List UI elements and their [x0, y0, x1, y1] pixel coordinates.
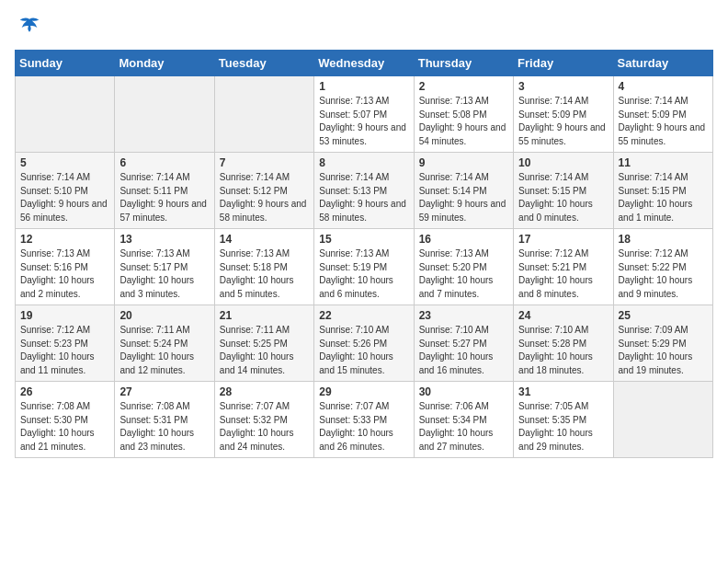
- calendar-cell: 17Sunrise: 7:12 AM Sunset: 5:21 PM Dayli…: [514, 229, 613, 305]
- day-number: 20: [119, 309, 209, 322]
- calendar-cell: 7Sunrise: 7:14 AM Sunset: 5:12 PM Daylig…: [214, 153, 313, 229]
- calendar-cell: 14Sunrise: 7:13 AM Sunset: 5:18 PM Dayli…: [214, 229, 313, 305]
- day-number: 23: [419, 309, 508, 322]
- day-number: 3: [518, 80, 608, 93]
- day-number: 22: [319, 309, 408, 322]
- calendar-cell: 18Sunrise: 7:12 AM Sunset: 5:22 PM Dayli…: [613, 229, 712, 305]
- calendar-cell: 21Sunrise: 7:11 AM Sunset: 5:25 PM Dayli…: [214, 305, 313, 382]
- week-row-5: 26Sunrise: 7:08 AM Sunset: 5:30 PM Dayli…: [16, 382, 713, 458]
- day-number: 8: [319, 156, 408, 169]
- calendar-cell: 4Sunrise: 7:14 AM Sunset: 5:09 PM Daylig…: [613, 76, 712, 153]
- day-content: Sunrise: 7:07 AM Sunset: 5:32 PM Dayligh…: [220, 400, 309, 454]
- header: [15, 15, 713, 40]
- calendar-cell: 11Sunrise: 7:14 AM Sunset: 5:15 PM Dayli…: [613, 153, 712, 229]
- day-number: 28: [220, 385, 309, 398]
- day-content: Sunrise: 7:13 AM Sunset: 5:08 PM Dayligh…: [419, 95, 508, 148]
- day-number: 5: [20, 156, 109, 169]
- calendar-table: SundayMondayTuesdayWednesdayThursdayFrid…: [15, 50, 713, 458]
- calendar-header-row: SundayMondayTuesdayWednesdayThursdayFrid…: [16, 51, 713, 76]
- day-content: Sunrise: 7:12 AM Sunset: 5:22 PM Dayligh…: [619, 247, 708, 301]
- calendar-cell: 31Sunrise: 7:05 AM Sunset: 5:35 PM Dayli…: [514, 382, 613, 458]
- calendar-cell: 15Sunrise: 7:13 AM Sunset: 5:19 PM Dayli…: [314, 229, 414, 305]
- calendar-cell: 10Sunrise: 7:14 AM Sunset: 5:15 PM Dayli…: [514, 153, 613, 229]
- day-number: 21: [220, 309, 309, 322]
- day-number: 14: [220, 233, 309, 246]
- calendar-cell: 1Sunrise: 7:13 AM Sunset: 5:07 PM Daylig…: [314, 76, 414, 153]
- day-content: Sunrise: 7:13 AM Sunset: 5:07 PM Dayligh…: [319, 95, 408, 148]
- day-number: 18: [619, 233, 708, 246]
- day-content: Sunrise: 7:12 AM Sunset: 5:21 PM Dayligh…: [518, 247, 608, 301]
- day-content: Sunrise: 7:10 AM Sunset: 5:26 PM Dayligh…: [319, 324, 408, 377]
- day-content: Sunrise: 7:14 AM Sunset: 5:09 PM Dayligh…: [518, 95, 608, 148]
- day-content: Sunrise: 7:09 AM Sunset: 5:29 PM Dayligh…: [619, 324, 708, 377]
- calendar-cell: 19Sunrise: 7:12 AM Sunset: 5:23 PM Dayli…: [16, 305, 115, 382]
- day-number: 4: [619, 80, 708, 93]
- day-number: 12: [20, 233, 109, 246]
- day-content: Sunrise: 7:13 AM Sunset: 5:18 PM Dayligh…: [220, 247, 309, 301]
- day-number: 1: [319, 80, 408, 93]
- day-number: 9: [419, 156, 508, 169]
- day-content: Sunrise: 7:14 AM Sunset: 5:11 PM Dayligh…: [119, 171, 209, 224]
- calendar-cell: 20Sunrise: 7:11 AM Sunset: 5:24 PM Dayli…: [115, 305, 214, 382]
- day-content: Sunrise: 7:14 AM Sunset: 5:10 PM Dayligh…: [20, 171, 109, 224]
- day-number: 2: [419, 80, 508, 93]
- calendar-cell: 6Sunrise: 7:14 AM Sunset: 5:11 PM Daylig…: [115, 153, 214, 229]
- day-content: Sunrise: 7:12 AM Sunset: 5:23 PM Dayligh…: [20, 324, 109, 377]
- col-header-monday: Monday: [115, 51, 214, 76]
- calendar-cell: 5Sunrise: 7:14 AM Sunset: 5:10 PM Daylig…: [16, 153, 115, 229]
- logo-bird-icon: [17, 15, 42, 40]
- day-content: Sunrise: 7:11 AM Sunset: 5:24 PM Dayligh…: [119, 324, 209, 377]
- calendar-cell: [613, 382, 712, 458]
- day-number: 10: [518, 156, 608, 169]
- calendar-cell: 9Sunrise: 7:14 AM Sunset: 5:14 PM Daylig…: [414, 153, 513, 229]
- day-number: 11: [619, 156, 708, 169]
- week-row-4: 19Sunrise: 7:12 AM Sunset: 5:23 PM Dayli…: [16, 305, 713, 382]
- day-number: 27: [119, 385, 209, 398]
- col-header-saturday: Saturday: [613, 51, 712, 76]
- col-header-thursday: Thursday: [414, 51, 513, 76]
- day-number: 6: [119, 156, 209, 169]
- week-row-3: 12Sunrise: 7:13 AM Sunset: 5:16 PM Dayli…: [16, 229, 713, 305]
- day-number: 24: [518, 309, 608, 322]
- day-content: Sunrise: 7:06 AM Sunset: 5:34 PM Dayligh…: [419, 400, 508, 454]
- calendar-cell: 3Sunrise: 7:14 AM Sunset: 5:09 PM Daylig…: [514, 76, 613, 153]
- day-content: Sunrise: 7:10 AM Sunset: 5:28 PM Dayligh…: [518, 324, 608, 377]
- col-header-friday: Friday: [514, 51, 613, 76]
- col-header-tuesday: Tuesday: [214, 51, 313, 76]
- day-content: Sunrise: 7:11 AM Sunset: 5:25 PM Dayligh…: [220, 324, 309, 377]
- day-content: Sunrise: 7:14 AM Sunset: 5:15 PM Dayligh…: [518, 171, 608, 224]
- day-number: 31: [518, 385, 608, 398]
- day-content: Sunrise: 7:08 AM Sunset: 5:30 PM Dayligh…: [20, 400, 109, 454]
- day-number: 26: [20, 385, 109, 398]
- day-content: Sunrise: 7:14 AM Sunset: 5:09 PM Dayligh…: [619, 95, 708, 148]
- day-content: Sunrise: 7:05 AM Sunset: 5:35 PM Dayligh…: [518, 400, 608, 454]
- calendar-cell: 26Sunrise: 7:08 AM Sunset: 5:30 PM Dayli…: [16, 382, 115, 458]
- day-content: Sunrise: 7:13 AM Sunset: 5:16 PM Dayligh…: [20, 247, 109, 301]
- day-content: Sunrise: 7:14 AM Sunset: 5:15 PM Dayligh…: [619, 171, 708, 224]
- day-content: Sunrise: 7:14 AM Sunset: 5:14 PM Dayligh…: [419, 171, 508, 224]
- calendar-cell: 13Sunrise: 7:13 AM Sunset: 5:17 PM Dayli…: [115, 229, 214, 305]
- calendar-cell: [115, 76, 214, 153]
- calendar-cell: 22Sunrise: 7:10 AM Sunset: 5:26 PM Dayli…: [314, 305, 414, 382]
- day-number: 7: [220, 156, 309, 169]
- day-number: 16: [419, 233, 508, 246]
- day-number: 15: [319, 233, 408, 246]
- day-content: Sunrise: 7:13 AM Sunset: 5:17 PM Dayligh…: [119, 247, 209, 301]
- col-header-wednesday: Wednesday: [314, 51, 414, 76]
- calendar-cell: 16Sunrise: 7:13 AM Sunset: 5:20 PM Dayli…: [414, 229, 513, 305]
- day-number: 19: [20, 309, 109, 322]
- calendar-cell: 8Sunrise: 7:14 AM Sunset: 5:13 PM Daylig…: [314, 153, 414, 229]
- logo: [15, 15, 42, 40]
- calendar-cell: 27Sunrise: 7:08 AM Sunset: 5:31 PM Dayli…: [115, 382, 214, 458]
- week-row-2: 5Sunrise: 7:14 AM Sunset: 5:10 PM Daylig…: [16, 153, 713, 229]
- day-number: 13: [119, 233, 209, 246]
- day-content: Sunrise: 7:07 AM Sunset: 5:33 PM Dayligh…: [319, 400, 408, 454]
- day-content: Sunrise: 7:14 AM Sunset: 5:12 PM Dayligh…: [220, 171, 309, 224]
- week-row-1: 1Sunrise: 7:13 AM Sunset: 5:07 PM Daylig…: [16, 76, 713, 153]
- calendar-cell: 24Sunrise: 7:10 AM Sunset: 5:28 PM Dayli…: [514, 305, 613, 382]
- day-number: 17: [518, 233, 608, 246]
- calendar-cell: 30Sunrise: 7:06 AM Sunset: 5:34 PM Dayli…: [414, 382, 513, 458]
- calendar-cell: 25Sunrise: 7:09 AM Sunset: 5:29 PM Dayli…: [613, 305, 712, 382]
- calendar-cell: 12Sunrise: 7:13 AM Sunset: 5:16 PM Dayli…: [16, 229, 115, 305]
- calendar-cell: 23Sunrise: 7:10 AM Sunset: 5:27 PM Dayli…: [414, 305, 513, 382]
